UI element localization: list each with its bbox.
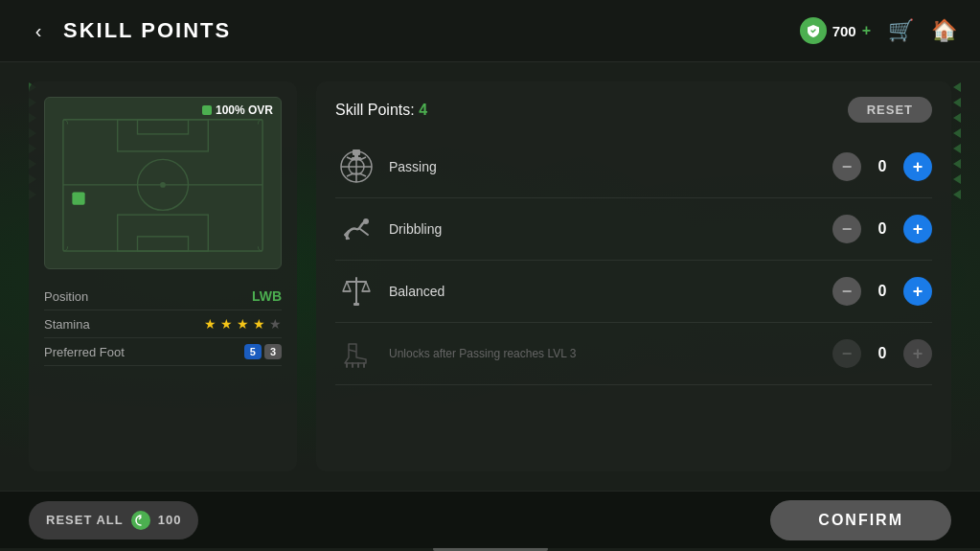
skill-points-label: Skill Points:	[335, 102, 415, 118]
foot-badges: 5 3	[244, 344, 282, 359]
star-1: ★	[204, 316, 217, 332]
balanced-icon	[339, 274, 374, 309]
reset-all-icon	[131, 511, 150, 530]
header-right: 700 + 🛒 🏠	[800, 17, 957, 44]
ovr-badge: 100% OVR	[202, 103, 273, 117]
skill-row-balanced: Balanced − 0 +	[335, 261, 932, 323]
svg-rect-22	[353, 303, 359, 306]
skill-points-header: Skill Points: 4 RESET	[335, 97, 932, 123]
passing-plus-button[interactable]: +	[903, 152, 932, 181]
main-content: 100% OVR	[0, 62, 980, 491]
balanced-name: Balanced	[389, 284, 821, 299]
balanced-controls: − 0 +	[832, 277, 932, 306]
balanced-plus-button[interactable]: +	[903, 277, 932, 306]
reset-all-label: RESET ALL	[46, 513, 124, 527]
dribbling-value: 0	[875, 220, 890, 238]
svg-rect-8	[72, 192, 84, 204]
field-container: 100% OVR	[44, 97, 282, 269]
shield-icon	[800, 17, 827, 44]
star-4: ★	[253, 316, 265, 332]
page-title: SKILL POINTS	[63, 18, 231, 43]
foot-right-badge: 3	[264, 344, 282, 359]
back-button[interactable]: ‹	[23, 15, 54, 46]
svg-point-16	[363, 218, 369, 224]
locked-icon-box	[335, 333, 377, 375]
stamina-stars: ★ ★ ★ ★ ★	[204, 316, 282, 332]
skill-points-count: 4	[419, 102, 427, 118]
passing-controls: − 0 +	[832, 152, 932, 181]
locked-controls: − 0 +	[832, 339, 932, 368]
position-row: Position LWB	[44, 283, 282, 310]
svg-rect-15	[352, 157, 361, 159]
star-2: ★	[220, 316, 233, 332]
balanced-minus-button[interactable]: −	[832, 277, 861, 306]
dribbling-controls: − 0 +	[832, 215, 932, 243]
stamina-row: Stamina ★ ★ ★ ★ ★	[44, 310, 282, 338]
skill-points-title: Skill Points: 4	[335, 102, 427, 119]
confirm-button[interactable]: CONFIRM	[770, 500, 951, 540]
svg-point-3	[160, 182, 166, 188]
reset-all-coins: 100	[158, 513, 182, 527]
dribbling-plus-button[interactable]: +	[903, 215, 932, 243]
field-svg	[45, 98, 281, 268]
dribbling-icon	[339, 212, 374, 246]
foot-left-badge: 5	[244, 344, 262, 359]
svg-rect-14	[354, 154, 358, 157]
locked-plus-button[interactable]: +	[903, 339, 932, 368]
passing-value: 0	[875, 158, 890, 175]
position-label: Position	[44, 289, 88, 304]
dribbling-minus-button[interactable]: −	[832, 215, 861, 243]
left-panel: 100% OVR	[29, 81, 297, 471]
header: ‹ SKILL POINTS 700 + 🛒 🏠	[0, 0, 980, 62]
ovr-dot	[202, 105, 212, 115]
bottom-bar: RESET ALL 100 CONFIRM	[0, 491, 980, 548]
cart-icon[interactable]: 🛒	[888, 18, 914, 43]
passing-minus-button[interactable]: −	[832, 152, 861, 181]
locked-minus-button[interactable]: −	[832, 339, 861, 368]
stamina-label: Stamina	[44, 317, 90, 332]
position-value: LWB	[252, 288, 282, 304]
ovr-label: 100% OVR	[216, 103, 273, 117]
locked-value: 0	[875, 345, 890, 362]
coin-amount: 700	[832, 23, 856, 39]
boot-icon	[339, 336, 374, 371]
preferred-foot-row: Preferred Foot 5 3	[44, 338, 282, 366]
skill-row-locked: Unlocks after Passing reaches LVL 3 − 0 …	[335, 323, 932, 385]
svg-line-23	[349, 350, 356, 352]
coins-badge: 700 +	[800, 17, 871, 44]
dribbling-name: Dribbling	[389, 221, 821, 237]
preferred-foot-label: Preferred Foot	[44, 345, 125, 359]
locked-skill-name: Unlocks after Passing reaches LVL 3	[389, 346, 821, 362]
coin-plus-icon: +	[862, 22, 871, 39]
reset-button[interactable]: RESET	[848, 97, 932, 123]
right-panel: Skill Points: 4 RESET	[316, 81, 951, 471]
star-5: ★	[269, 316, 282, 332]
skill-row-dribbling: Dribbling − 0 +	[335, 198, 932, 261]
star-3: ★	[237, 316, 249, 332]
reset-all-button[interactable]: RESET ALL 100	[29, 501, 198, 540]
passing-name: Passing	[389, 159, 821, 174]
svg-line-17	[360, 229, 368, 235]
passing-icon	[339, 149, 374, 184]
dribbling-icon-box	[335, 208, 377, 250]
balanced-value: 0	[875, 283, 890, 300]
home-icon[interactable]: 🏠	[931, 18, 957, 43]
balanced-icon-box	[335, 270, 377, 312]
passing-icon-box	[335, 146, 377, 188]
skill-row-passing: Passing − 0 +	[335, 136, 932, 198]
